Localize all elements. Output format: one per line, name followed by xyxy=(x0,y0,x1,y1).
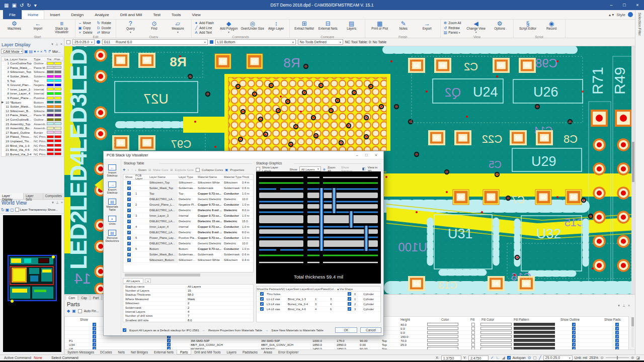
color-swatch[interactable] xyxy=(427,327,458,330)
layer-flash-swatch[interactable] xyxy=(54,127,61,130)
ribbon-big-button[interactable]: ▤ Layers xyxy=(340,20,363,31)
ribbon-big-button[interactable]: ⊙ Find xyxy=(142,20,166,34)
layer-color-swatch[interactable] xyxy=(47,127,54,130)
stackup-row[interactable]: Silkscreen_Top Silkscreen ... Silkscreen… xyxy=(123,180,253,186)
layer-color-swatch[interactable] xyxy=(47,97,54,100)
layer-row[interactable]: 6 Ground_Plan... Negativ... xyxy=(2,83,63,87)
ribbon-tab[interactable]: Tools xyxy=(166,10,187,19)
fill-checkbox[interactable] xyxy=(471,327,475,330)
layer-row[interactable]: 20 Blind_Via_1-3 NC Prim... xyxy=(2,143,63,148)
layer-flash-swatch[interactable] xyxy=(54,122,61,125)
show-outline-checkbox[interactable] xyxy=(572,323,576,326)
color-swatch[interactable] xyxy=(427,339,458,342)
fill-color-swatch[interactable] xyxy=(480,335,512,338)
grid-combo-status[interactable]: 25.0:25.0▾ xyxy=(543,355,573,360)
layer-show-checkbox[interactable] xyxy=(127,247,131,251)
layer-flash-swatch[interactable] xyxy=(54,109,61,112)
show-pads-checkbox[interactable] xyxy=(615,331,619,334)
ribbon-big-button[interactable]: ◎ Over/Under Size xyxy=(240,20,264,34)
layer-color-swatch[interactable] xyxy=(47,118,54,121)
bottom-tab[interactable]: Padstacks xyxy=(239,350,261,354)
layer-flash-swatch[interactable] xyxy=(54,101,61,104)
selection-filter-strip[interactable]: Selection Filter xyxy=(635,10,644,354)
layer-row[interactable]: 4 Solder_Mask... Solderm... xyxy=(2,74,63,79)
layer-show-checkbox[interactable] xyxy=(127,258,131,262)
via-row[interactable]: Thru holes 0 Cylinder xyxy=(257,292,380,297)
export-ipc-checkbox[interactable] xyxy=(123,328,126,332)
layer-show-checkbox[interactable] xyxy=(127,214,131,218)
bottom-tab[interactable]: Drill and Mill Tools xyxy=(191,350,223,354)
fill-color-swatch[interactable] xyxy=(480,343,512,346)
ribbon-tab[interactable]: View xyxy=(187,10,206,19)
world-view-icon[interactable]: ▣ xyxy=(6,208,10,212)
ribbon-big-button[interactable]: ⊞ Extract Netlist xyxy=(292,20,316,31)
measure-icon[interactable]: ╱ xyxy=(539,355,541,360)
dialog-control-button[interactable]: × xyxy=(372,153,380,157)
autopan-checkbox[interactable] xyxy=(507,356,511,359)
layer-flash-swatch[interactable] xyxy=(54,79,61,82)
stackup-row[interactable]: DIELECTRIC_LA... Dielectric Generic Diel… xyxy=(123,197,253,202)
show-outline-checkbox[interactable] xyxy=(572,331,576,334)
panel-icon[interactable]: ⊥ xyxy=(56,201,59,205)
layer-show-checkbox[interactable] xyxy=(127,231,131,234)
layer-row[interactable]: 19 Unplated_Thr... NC Prim... xyxy=(2,139,63,144)
explode-core-button[interactable]: Explode Core xyxy=(175,168,194,171)
via-row[interactable]: L4-L6 vias Blind_Via_4-6 4 6 3 Cylinder xyxy=(257,307,380,312)
ribbon-tab[interactable]: Test xyxy=(147,10,166,19)
stackup-row[interactable]: 3 Inner_Layer_3 Internal Copper 0.73 oz.… xyxy=(123,213,253,219)
world-view-show[interactable]: Show... xyxy=(48,208,58,211)
layer-show-checkbox[interactable] xyxy=(127,242,131,245)
ribbon-small-button[interactable]: ↻ Rotate xyxy=(96,21,113,26)
fill-checkbox[interactable] xyxy=(471,343,475,346)
layer-tool-icon[interactable]: ▤ xyxy=(29,49,33,54)
panel-icon[interactable]: ▾ xyxy=(618,304,620,308)
fill-checkbox[interactable] xyxy=(471,331,475,334)
zoom-slider[interactable] xyxy=(606,357,629,358)
show-checkbox[interactable] xyxy=(93,323,96,326)
layer-show-checkbox[interactable] xyxy=(127,181,131,185)
show-outline-checkbox[interactable] xyxy=(572,339,576,342)
panel-icon[interactable]: ▾ xyxy=(52,201,54,205)
fill-checkbox[interactable] xyxy=(471,335,475,338)
ribbon-tab[interactable]: Analyze xyxy=(89,10,114,19)
layer-tool-icon[interactable]: ▣ xyxy=(24,49,28,54)
via-plated-checkbox[interactable] xyxy=(348,302,351,306)
parts-subtab[interactable]: Part xyxy=(90,295,102,300)
fill-checkbox[interactable] xyxy=(471,323,475,326)
layer-row[interactable]: 7 Inner_Layer_3 Internal xyxy=(2,87,63,92)
window-control-button[interactable]: – xyxy=(605,0,618,10)
y-coordinate[interactable]: 2.4750 xyxy=(468,355,489,360)
layer-color-swatch[interactable] xyxy=(47,122,54,125)
color-swatch[interactable] xyxy=(427,323,458,326)
fill-color-swatch[interactable] xyxy=(480,327,512,330)
world-view-icon[interactable]: ▢ xyxy=(10,208,14,212)
layer-row[interactable]: 3 Silkscreen_Top Silkscre... xyxy=(2,70,63,74)
ribbon-big-button[interactable]: ◆ Add Polygon ▾ xyxy=(217,20,240,34)
via-show-checkbox[interactable] xyxy=(260,292,264,296)
layer-row[interactable]: 18 Plated_Throu... NC Prim... xyxy=(2,135,63,139)
select-checkbox[interactable] xyxy=(167,343,171,346)
ortho-icon[interactable]: ∟ xyxy=(496,355,500,360)
apply-icon[interactable]: ✓ xyxy=(491,355,494,360)
parts-scrollbar[interactable] xyxy=(631,317,634,347)
ribbon-small-button[interactable]: D Dcode xyxy=(96,26,113,31)
bottom-tab[interactable]: Nets xyxy=(115,350,128,354)
layer-show-checkbox[interactable] xyxy=(127,187,131,190)
layer-combo[interactable]: L10 Bottom▾ xyxy=(215,39,296,45)
layer-row[interactable]: 21 Blind_Via_4-6 NC Prim... xyxy=(2,148,63,152)
layer-show-checkbox[interactable] xyxy=(127,236,131,240)
layer-tool-icon[interactable]: × xyxy=(40,49,43,54)
via-plated-checkbox[interactable] xyxy=(348,297,351,301)
show-outline-checkbox[interactable] xyxy=(572,335,576,338)
ribbon-big-button[interactable]: → Export xyxy=(415,20,439,31)
layer-show-checkbox[interactable] xyxy=(127,225,131,229)
collapse-arrows[interactable]: ▴ ▾ xyxy=(609,13,614,17)
pin-icon[interactable]: ◆ xyxy=(67,309,70,313)
parts-subtab[interactable]: Cam xyxy=(65,295,78,300)
ribbon-tab[interactable]: Design xyxy=(65,10,89,19)
ribbon-big-button[interactable]: ▦ Print or Plot xyxy=(368,20,391,31)
bottom-tab[interactable]: DCodes xyxy=(97,350,115,354)
show-checkbox[interactable] xyxy=(93,331,96,334)
stackup-row[interactable]: 1 Top Top Copper 0.73 oz... Conductor 1.… xyxy=(123,191,253,197)
restore-properties-button[interactable]: Restore Properties from Materials Table xyxy=(208,328,262,332)
